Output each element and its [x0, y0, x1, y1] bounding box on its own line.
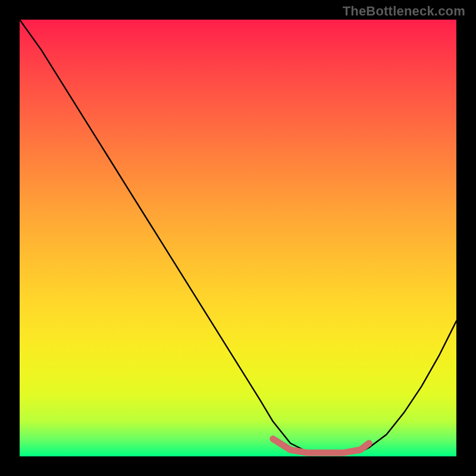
curve-svg: [20, 20, 456, 456]
optimal-range-marker: [273, 439, 369, 453]
watermark-text: TheBottleneck.com: [343, 4, 465, 19]
plot-area: [20, 20, 456, 456]
chart-frame: TheBottleneck.com: [0, 0, 476, 476]
bottleneck-curve: [20, 20, 456, 454]
